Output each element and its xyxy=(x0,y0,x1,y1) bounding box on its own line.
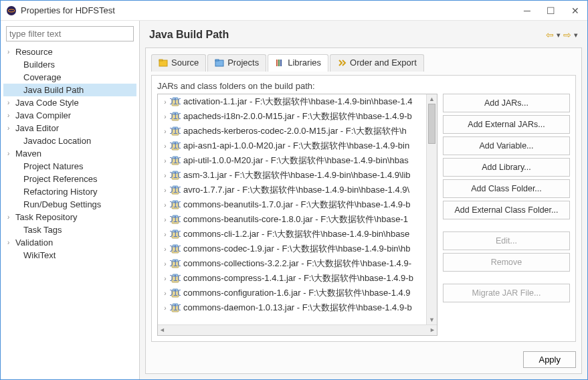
expand-icon[interactable]: › xyxy=(161,275,170,282)
jar-entry[interactable]: ›010commons-daemon-1.0.13.jar - F:\大数据软件… xyxy=(158,300,437,315)
nav-arrows: ⇦▾ ⇨▾ xyxy=(546,29,578,40)
expand-icon[interactable]: › xyxy=(161,246,170,253)
tree-item-project-natures[interactable]: Project Natures xyxy=(3,160,136,173)
forward-icon[interactable]: ⇨ xyxy=(563,29,571,40)
svg-text:010: 010 xyxy=(170,244,181,254)
tree-label: Resource xyxy=(15,47,53,57)
vertical-scrollbar[interactable]: ▲▼ xyxy=(426,94,437,324)
add-external-class-folder-button[interactable]: Add External Class Folder... xyxy=(443,201,570,219)
jar-entry[interactable]: ›010avro-1.7.7.jar - F:\大数据软件\hbase-1.4.… xyxy=(158,183,437,197)
jar-icon: 010 xyxy=(170,244,181,254)
expand-icon[interactable]: › xyxy=(161,290,170,297)
tab-libraries[interactable]: Libraries xyxy=(268,54,328,72)
expand-icon[interactable]: › xyxy=(161,216,170,223)
tree-item-project-references[interactable]: Project References xyxy=(3,173,136,185)
jar-entry[interactable]: ›010commons-configuration-1.6.jar - F:\大… xyxy=(158,286,437,300)
jar-icon: 010 xyxy=(170,215,181,224)
tree-label: Task Tags xyxy=(23,225,62,235)
tree-item-java-build-path[interactable]: Java Build Path xyxy=(3,84,136,96)
expand-icon[interactable]: › xyxy=(161,98,170,106)
jar-entry[interactable]: ›010commons-compress-1.4.1.jar - F:\大数据软… xyxy=(158,271,437,286)
jar-label: activation-1.1.jar - F:\大数据软件\hbase-1.4.… xyxy=(183,96,412,108)
jar-icon: 010 xyxy=(170,141,181,151)
jar-entry[interactable]: ›010apacheds-i18n-2.0.0-M15.jar - F:\大数据… xyxy=(158,109,437,124)
expand-icon[interactable]: › xyxy=(161,187,170,194)
tree-item-refactoring-history[interactable]: Refactoring History xyxy=(3,185,136,198)
tree-label: Run/Debug Settings xyxy=(23,199,101,209)
jar-entry[interactable]: ›010asm-3.1.jar - F:\大数据软件\hbase-1.4.9-b… xyxy=(158,168,437,183)
svg-text:010: 010 xyxy=(170,288,181,298)
jar-label: asm-3.1.jar - F:\大数据软件\hbase-1.4.9-bin\h… xyxy=(183,169,411,181)
jar-icon: 010 xyxy=(170,200,181,209)
jar-entry[interactable]: ›010commons-cli-1.2.jar - F:\大数据软件\hbase… xyxy=(158,227,437,242)
button-column: Add JARs... Add External JARs... Add Var… xyxy=(443,94,570,336)
tree-item-wikitext[interactable]: WikiText xyxy=(3,249,136,262)
back-icon[interactable]: ⇦ xyxy=(546,29,554,40)
tree-item-javadoc-location[interactable]: Javadoc Location xyxy=(3,134,136,147)
svg-text:010: 010 xyxy=(170,215,181,224)
tree-item-builders[interactable]: Builders xyxy=(3,58,136,71)
jar-list[interactable]: ›010activation-1.1.jar - F:\大数据软件\hbase-… xyxy=(157,94,437,336)
add-class-folder-button[interactable]: Add Class Folder... xyxy=(443,179,570,198)
tree-label: Maven xyxy=(15,149,41,159)
minimize-button[interactable]: ─ xyxy=(524,5,530,16)
expand-icon[interactable]: › xyxy=(161,113,170,120)
tree-item-resource[interactable]: ›Resource xyxy=(3,45,136,58)
expand-icon[interactable]: › xyxy=(161,304,170,312)
add-external-jars-button[interactable]: Add External JARs... xyxy=(443,115,570,134)
tree-item-java-compiler[interactable]: ›Java Compiler xyxy=(3,109,136,122)
maximize-button[interactable]: ☐ xyxy=(547,5,555,16)
add-jars-button[interactable]: Add JARs... xyxy=(443,94,570,112)
tree-item-coverage[interactable]: Coverage xyxy=(3,71,136,84)
jar-entry[interactable]: ›010api-util-1.0.0-M20.jar - F:\大数据软件\hb… xyxy=(158,153,437,168)
expand-icon: › xyxy=(7,112,15,119)
jar-entry[interactable]: ›010api-asn1-api-1.0.0-M20.jar - F:\大数据软… xyxy=(158,138,437,153)
tree-item-maven[interactable]: ›Maven xyxy=(3,147,136,160)
svg-text:010: 010 xyxy=(170,97,181,106)
tab-order-and-export[interactable]: Order and Export xyxy=(330,54,424,72)
jar-label: commons-cli-1.2.jar - F:\大数据软件\hbase-1.4… xyxy=(183,228,409,240)
tree-item-java-editor[interactable]: ›Java Editor xyxy=(3,122,136,134)
expand-icon: › xyxy=(7,213,15,221)
jar-entry[interactable]: ›010commons-codec-1.9.jar - F:\大数据软件\hba… xyxy=(158,242,437,256)
source-icon xyxy=(159,59,168,67)
jar-icon: 010 xyxy=(170,288,181,298)
jar-label: apacheds-kerberos-codec-2.0.0-M15.jar - … xyxy=(183,125,407,137)
tab-source[interactable]: Source xyxy=(151,54,206,72)
close-button[interactable]: ✕ xyxy=(571,5,579,16)
tab-projects[interactable]: Projects xyxy=(207,54,266,72)
apply-button[interactable]: Apply xyxy=(523,351,576,368)
jar-entry[interactable]: ›010commons-beanutils-1.7.0.jar - F:\大数据… xyxy=(158,197,437,212)
tree-item-validation[interactable]: ›Validation xyxy=(3,236,136,249)
add-variable-button[interactable]: Add Variable... xyxy=(443,136,570,155)
category-tree[interactable]: ›ResourceBuildersCoverageJava Build Path… xyxy=(3,45,136,375)
expand-icon[interactable]: › xyxy=(161,231,170,238)
filter-box xyxy=(6,26,134,41)
jar-entry[interactable]: ›010commons-beanutils-core-1.8.0.jar - F… xyxy=(158,212,437,227)
expand-icon[interactable]: › xyxy=(161,172,170,179)
svg-text:010: 010 xyxy=(170,185,181,195)
add-library-button[interactable]: Add Library... xyxy=(443,158,570,177)
jar-label: commons-compress-1.4.1.jar - F:\大数据软件\hb… xyxy=(183,272,413,284)
tree-item-task-repository[interactable]: ›Task Repository xyxy=(3,211,136,223)
jar-label: avro-1.7.7.jar - F:\大数据软件\hbase-1.4.9-bi… xyxy=(183,184,409,196)
tree-item-run-debug-settings[interactable]: Run/Debug Settings xyxy=(3,198,136,211)
expand-icon[interactable]: › xyxy=(161,128,170,135)
jar-entry[interactable]: ›010commons-collections-3.2.2.jar - F:\大… xyxy=(158,256,437,271)
expand-icon[interactable]: › xyxy=(161,260,170,268)
filter-input[interactable] xyxy=(6,26,134,41)
expand-icon[interactable]: › xyxy=(161,201,170,209)
jar-entry[interactable]: ›010apacheds-kerberos-codec-2.0.0-M15.ja… xyxy=(158,124,437,138)
forward-menu-icon[interactable]: ▾ xyxy=(574,31,578,39)
sidebar: ›ResourceBuildersCoverageJava Build Path… xyxy=(1,21,140,379)
expand-icon[interactable]: › xyxy=(161,142,170,150)
expand-icon[interactable]: › xyxy=(161,157,170,165)
jar-icon: 010 xyxy=(170,274,181,283)
back-menu-icon[interactable]: ▾ xyxy=(557,31,561,39)
jar-entry[interactable]: ›010activation-1.1.jar - F:\大数据软件\hbase-… xyxy=(158,94,437,109)
tab-label: Source xyxy=(171,58,199,68)
tree-item-task-tags[interactable]: Task Tags xyxy=(3,223,136,236)
tree-item-java-code-style[interactable]: ›Java Code Style xyxy=(3,96,136,109)
expand-icon: › xyxy=(7,99,15,106)
horizontal-scrollbar[interactable] xyxy=(158,324,437,335)
